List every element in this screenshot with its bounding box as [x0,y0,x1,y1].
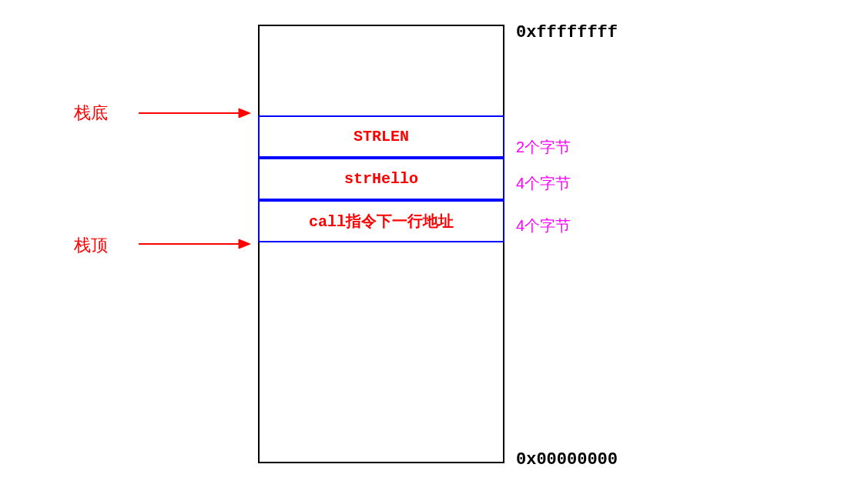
arrow-stack-top-icon [139,235,254,254]
size-label-call: 4个字节 [516,215,571,236]
diagram-canvas: STRLEN strHello call指令下一行地址 0xffffffff 0… [0,0,868,501]
stack-row-call-addr: call指令下一行地址 [258,200,504,242]
stack-top-pointer-label: 栈顶 [74,234,108,257]
stack-bottom-pointer-label: 栈底 [74,102,108,125]
address-high-label: 0xffffffff [516,23,618,42]
stack-row-label: strHello [344,170,418,188]
stack-row-strhello: strHello [258,158,504,200]
address-low-label: 0x00000000 [516,450,618,469]
svg-marker-1 [239,109,250,118]
stack-row-strlen: STRLEN [258,115,504,158]
arrow-stack-bottom-icon [139,104,254,123]
stack-row-label: STRLEN [354,128,409,145]
stack-row-label: call指令下一行地址 [309,211,454,232]
size-label-strhello: 4个字节 [516,173,571,194]
svg-marker-3 [239,239,250,249]
stack-memory-box [258,25,504,463]
size-label-strlen: 2个字节 [516,137,571,158]
